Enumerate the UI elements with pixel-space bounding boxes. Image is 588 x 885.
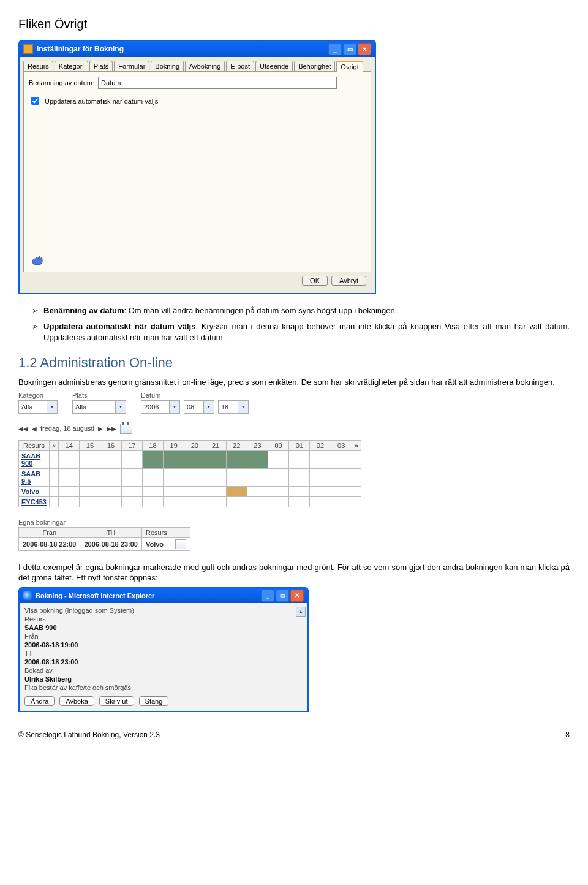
grid-prev-icon[interactable]: «: [49, 440, 58, 450]
tab-utseende[interactable]: Utseende: [255, 61, 293, 72]
prev-fast-icon[interactable]: ◀◀: [18, 425, 28, 432]
ok-button[interactable]: OK: [302, 276, 328, 286]
time-cell[interactable]: [205, 468, 226, 486]
tab-e-post[interactable]: E-post: [226, 61, 254, 72]
cell[interactable]: [352, 450, 361, 468]
scroll-up-icon[interactable]: ▴: [296, 607, 306, 617]
tab-plats[interactable]: Plats: [89, 61, 113, 72]
time-cell[interactable]: [247, 468, 268, 486]
avboka-button[interactable]: Avboka: [59, 696, 94, 706]
resource-link[interactable]: SAAB 9.5: [19, 468, 50, 486]
time-cell[interactable]: [247, 496, 268, 507]
time-cell[interactable]: [205, 486, 226, 496]
date-month-select[interactable]: 08▾: [184, 400, 214, 414]
time-cell[interactable]: [226, 486, 247, 496]
date-day-select[interactable]: 18▾: [218, 400, 249, 414]
filter-kategori[interactable]: Alla ▾: [18, 400, 58, 414]
time-cell[interactable]: [164, 450, 184, 468]
tab-bokning[interactable]: Bokning: [151, 61, 184, 72]
time-cell[interactable]: [184, 450, 205, 468]
time-cell[interactable]: [289, 486, 310, 496]
cell[interactable]: [352, 486, 361, 496]
tab-behörighet[interactable]: Behörighet: [294, 61, 335, 72]
ändra-button[interactable]: Ändra: [24, 696, 55, 706]
tab-övrigt[interactable]: Övrigt: [336, 61, 363, 72]
time-cell[interactable]: [226, 468, 247, 486]
cell[interactable]: [49, 496, 58, 507]
time-cell[interactable]: [59, 486, 80, 496]
minimize-button[interactable]: _: [328, 43, 342, 55]
time-cell[interactable]: [80, 468, 100, 486]
next-fast-icon[interactable]: ▶▶: [107, 425, 116, 432]
time-cell[interactable]: [121, 486, 142, 496]
time-cell[interactable]: [268, 486, 288, 496]
cell[interactable]: [352, 468, 361, 486]
time-cell[interactable]: [289, 468, 310, 486]
time-cell[interactable]: [331, 468, 352, 486]
time-cell[interactable]: [184, 496, 205, 507]
tab-avbokning[interactable]: Avbokning: [185, 61, 225, 72]
time-cell[interactable]: [331, 450, 352, 468]
time-cell[interactable]: [184, 468, 205, 486]
cell[interactable]: [49, 468, 58, 486]
time-cell[interactable]: [80, 486, 100, 496]
prev-icon[interactable]: ◀: [32, 425, 37, 432]
popup-minimize-button[interactable]: _: [261, 590, 274, 602]
popup-maximize-button[interactable]: ▭: [276, 590, 289, 602]
skriv-ut-button[interactable]: Skriv ut: [99, 696, 134, 706]
time-cell[interactable]: [121, 496, 142, 507]
time-cell[interactable]: [142, 496, 163, 507]
resource-link[interactable]: SAAB 900: [19, 450, 50, 468]
cell[interactable]: [49, 486, 58, 496]
time-cell[interactable]: [80, 450, 100, 468]
view-booking-icon[interactable]: [175, 539, 186, 549]
time-cell[interactable]: [59, 496, 80, 507]
time-cell[interactable]: [121, 450, 142, 468]
time-cell[interactable]: [247, 450, 268, 468]
time-cell[interactable]: [205, 450, 226, 468]
resource-link[interactable]: EYC453: [19, 496, 50, 507]
time-cell[interactable]: [80, 496, 100, 507]
cancel-button[interactable]: Avbryt: [331, 276, 366, 286]
date-year-select[interactable]: 2006▾: [141, 400, 180, 414]
time-cell[interactable]: [142, 468, 163, 486]
time-cell[interactable]: [289, 450, 310, 468]
stäng-button[interactable]: Stäng: [139, 696, 169, 706]
time-cell[interactable]: [100, 468, 121, 486]
date-name-input[interactable]: [98, 77, 337, 89]
time-cell[interactable]: [142, 486, 163, 496]
time-cell[interactable]: [59, 468, 80, 486]
time-cell[interactable]: [310, 450, 331, 468]
time-cell[interactable]: [164, 496, 184, 507]
time-cell[interactable]: [100, 450, 121, 468]
tab-kategori[interactable]: Kategori: [55, 61, 88, 72]
time-cell[interactable]: [121, 468, 142, 486]
tab-formulär[interactable]: Formulär: [114, 61, 149, 72]
time-cell[interactable]: [100, 496, 121, 507]
time-cell[interactable]: [59, 450, 80, 468]
time-cell[interactable]: [184, 486, 205, 496]
time-cell[interactable]: [268, 450, 288, 468]
own-action-cell[interactable]: [171, 537, 190, 550]
time-cell[interactable]: [310, 486, 331, 496]
time-cell[interactable]: [331, 486, 352, 496]
resource-link[interactable]: Volvo: [19, 486, 50, 496]
cell[interactable]: [49, 450, 58, 468]
time-cell[interactable]: [289, 496, 310, 507]
grid-next-icon[interactable]: »: [352, 440, 361, 450]
time-cell[interactable]: [100, 486, 121, 496]
time-cell[interactable]: [268, 468, 288, 486]
popup-close-button[interactable]: ✕: [290, 590, 304, 602]
tab-resurs[interactable]: Resurs: [23, 61, 53, 72]
time-cell[interactable]: [226, 450, 247, 468]
time-cell[interactable]: [205, 496, 226, 507]
time-cell[interactable]: [164, 486, 184, 496]
time-cell[interactable]: [142, 450, 163, 468]
time-cell[interactable]: [310, 468, 331, 486]
time-cell[interactable]: [310, 496, 331, 507]
maximize-button[interactable]: ▭: [343, 43, 356, 55]
cell[interactable]: [352, 496, 361, 507]
time-cell[interactable]: [164, 468, 184, 486]
close-button[interactable]: ✕: [358, 43, 371, 55]
time-cell[interactable]: [226, 496, 247, 507]
